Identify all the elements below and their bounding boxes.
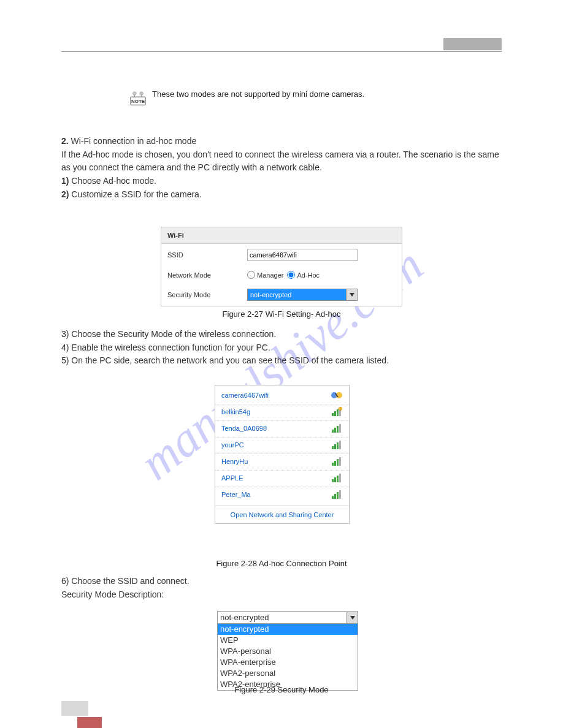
wireless-item-label: HenryHu xyxy=(221,458,248,465)
security-option[interactable]: not-encrypted xyxy=(218,624,358,635)
ssid-input[interactable] xyxy=(247,249,358,261)
wireless-item-label: belkin54g xyxy=(221,408,250,415)
note-row: NOTE These two modes are not supported b… xyxy=(129,89,502,107)
svg-rect-32 xyxy=(337,492,339,499)
svg-rect-31 xyxy=(334,494,336,499)
step2-sub1-text: Choose Ad-hoc mode. xyxy=(69,176,156,186)
network-mode-label: Network Mode xyxy=(167,271,247,279)
wireless-item-label: Peter_Ma xyxy=(221,491,251,498)
wireless-item-label: APPLE xyxy=(221,474,243,482)
step2-desc: If the Ad-hoc mode is chosen, you don't … xyxy=(61,148,502,175)
header-tab xyxy=(443,38,502,50)
svg-rect-26 xyxy=(332,479,334,482)
security-option[interactable]: WPA-personal xyxy=(218,646,358,657)
svg-rect-18 xyxy=(332,446,334,449)
svg-point-1 xyxy=(133,92,137,96)
step2-sub6-text: Choose the SSID and connect. xyxy=(69,576,189,586)
security-mode-label: Security Mode xyxy=(167,291,247,298)
wireless-item-label: Tenda_0A0698 xyxy=(221,425,267,432)
svg-rect-21 xyxy=(339,441,341,449)
step2-title: Wi-Fi connection in ad-hoc mode xyxy=(69,136,197,146)
wireless-item[interactable]: belkin54g ! xyxy=(215,404,349,420)
wireless-item[interactable]: Tenda_0A0698 xyxy=(215,420,349,437)
svg-rect-30 xyxy=(332,496,334,499)
step2-sub6-num: 6) xyxy=(61,576,69,586)
figure-caption-2: Figure 2-28 Ad-hoc Connection Point xyxy=(0,559,563,568)
security-option[interactable]: WPA-enterprise xyxy=(218,657,358,668)
security-mode-value: not-encrypted xyxy=(248,291,294,298)
note-icon: NOTE xyxy=(129,89,147,107)
svg-rect-8 xyxy=(332,413,334,416)
security-dropdown-selected-label: not-encrypted xyxy=(220,613,269,622)
wifi-signal-icon xyxy=(331,440,343,450)
wireless-item[interactable]: APPLE xyxy=(215,470,349,487)
step2-substeps-block: 3) Choose the Security Mode of the wirel… xyxy=(61,328,502,368)
wifi-signal-icon xyxy=(331,490,343,499)
svg-rect-19 xyxy=(334,444,336,449)
security-dropdown-panel: not-encrypted not-encrypted WEP WPA-pers… xyxy=(217,611,358,691)
figure-caption-3: Figure 2-29 Security Mode xyxy=(0,685,563,694)
step2-sub5-text: On the PC side, search the network and y… xyxy=(69,355,388,365)
figure-caption-1: Figure 2-27 Wi-Fi Setting- Ad-hoc xyxy=(0,309,563,319)
footer-block-red xyxy=(77,717,102,728)
svg-rect-24 xyxy=(337,459,339,466)
svg-rect-28 xyxy=(337,476,339,482)
wifi-signal-icon xyxy=(331,473,343,483)
ssid-label: SSID xyxy=(167,251,247,259)
radio-adhoc-label: Ad-Hoc xyxy=(297,271,320,279)
radio-manager-wrap[interactable]: Manager xyxy=(247,271,283,279)
svg-rect-27 xyxy=(334,477,336,482)
radio-adhoc-wrap[interactable]: Ad-Hoc xyxy=(287,271,320,279)
radio-manager-label: Manager xyxy=(257,271,283,279)
security-mode-select[interactable]: not-encrypted xyxy=(247,289,358,301)
svg-rect-29 xyxy=(339,474,341,482)
wireless-item-label: camera6467wifi xyxy=(221,392,269,399)
svg-marker-5 xyxy=(350,293,354,297)
svg-rect-22 xyxy=(332,463,334,466)
svg-rect-15 xyxy=(334,428,336,433)
step2-sub4-num: 4) xyxy=(61,343,69,352)
svg-rect-20 xyxy=(337,442,339,449)
wifi-header: Wi-Fi xyxy=(161,227,402,244)
svg-rect-23 xyxy=(334,461,336,466)
wireless-item-label: yourPC xyxy=(221,441,244,449)
step2-sub3-text: Choose the Security Mode of the wireless… xyxy=(69,329,276,339)
svg-rect-33 xyxy=(339,490,341,499)
wireless-item[interactable]: camera6467wifi xyxy=(215,388,349,404)
svg-marker-34 xyxy=(350,616,355,620)
step2-sub3-num: 3) xyxy=(61,329,69,339)
step2-sub4-text: Enable the wireless connection function … xyxy=(69,343,270,352)
svg-point-2 xyxy=(140,92,144,96)
network-sharing-link[interactable]: Open Network and Sharing Center xyxy=(215,506,349,523)
security-desc-title: Security Mode Description: xyxy=(61,588,502,602)
svg-rect-14 xyxy=(332,430,334,433)
note-icon-label: NOTE xyxy=(131,99,145,104)
svg-rect-17 xyxy=(339,424,341,433)
footer-block-grey xyxy=(61,701,88,716)
radio-manager[interactable] xyxy=(247,271,255,279)
dropdown-arrow-icon xyxy=(347,612,358,623)
step2-sub2-text: Customize a SSID for the camera. xyxy=(69,189,201,199)
wifi-signal-icon xyxy=(331,423,343,433)
security-dropdown-list: not-encrypted WEP WPA-personal WPA-enter… xyxy=(218,624,358,690)
svg-rect-10 xyxy=(337,409,339,416)
step2-sub1-num: 1) xyxy=(61,176,69,186)
security-option[interactable]: WPA2-personal xyxy=(218,668,358,679)
wireless-item[interactable]: HenryHu xyxy=(215,453,349,470)
step2-sub5-num: 5) xyxy=(61,355,69,365)
step2-sub2-num: 2) xyxy=(61,189,69,199)
wifi-settings-panel: Wi-Fi SSID Network Mode Manager Ad-Hoc S… xyxy=(161,227,402,306)
security-option[interactable]: WEP xyxy=(218,635,358,646)
wifi-signal-icon xyxy=(331,457,343,466)
wireless-connected-icon xyxy=(331,390,343,400)
security-dropdown-selected[interactable]: not-encrypted xyxy=(218,612,358,624)
step2-final-block: 6) Choose the SSID and connect. Security… xyxy=(61,575,502,601)
step2-block: 2. Wi-Fi connection in ad-hoc mode If th… xyxy=(61,135,502,201)
dropdown-arrow-icon xyxy=(346,289,357,300)
svg-text:!: ! xyxy=(340,408,340,411)
radio-adhoc[interactable] xyxy=(287,271,295,279)
wireless-item[interactable]: Peter_Ma xyxy=(215,487,349,503)
wifi-signal-alert-icon: ! xyxy=(331,407,343,417)
wireless-list-panel: camera6467wifi belkin54g ! xyxy=(215,385,350,524)
wireless-item[interactable]: yourPC xyxy=(215,437,349,453)
